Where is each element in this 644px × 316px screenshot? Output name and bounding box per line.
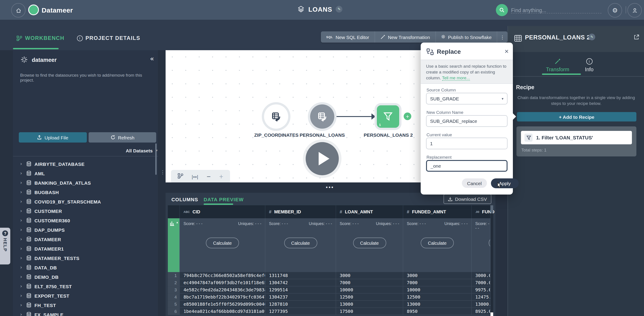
sidebar-dataset-item[interactable]: ›ELT_8750_TEST [13,281,158,291]
table-cell: 1304742 [266,279,336,286]
project-edit-button[interactable]: ✎ [336,6,342,13]
tab-data-preview[interactable]: DATA PREVIEW [204,197,244,202]
global-search-input[interactable]: Find anything... [511,6,602,14]
table-scrollbar-thumb[interactable] [490,205,493,213]
close-dialog-button[interactable]: ✕ [504,48,509,55]
download-icon [448,197,452,201]
sidebar-dataset-item[interactable]: ›FX_SAMPLE [13,310,158,316]
sidebar-dataset-item[interactable]: ›DATAMEER_TESTS [13,253,158,263]
column-type-icon: # [340,209,342,214]
upload-file-button[interactable]: Upload File [19,132,87,142]
column-header-member_id[interactable]: #MEMBER_ID [266,205,336,218]
tab-transform-label: Transform [546,67,569,72]
add-node-button[interactable]: + [404,112,411,120]
chevron-right-icon: › [20,161,23,167]
publish-to-snowflake-button[interactable]: ❊ Publish to Snowflake [436,31,497,43]
datameer-logo[interactable] [28,5,39,15]
sidebar-dataset-item[interactable]: ›CUSTOMER [13,206,158,216]
tab-project-details-label: PROJECT DETAILS [86,35,140,41]
sidebar-dataset-item[interactable]: ›FH_TEST [13,300,158,310]
table-scrollbar[interactable] [490,205,493,316]
new-sql-editor-button[interactable]: SQL New SQL Editor [321,31,375,43]
calculate-button[interactable]: Calculate [421,238,454,248]
rename-node-button[interactable]: ✎ [588,34,595,40]
sidebar-dataset-item[interactable]: ›EXPORT_TEST [13,291,158,300]
sidebar-dataset-item[interactable]: ›DEMO_DB [13,272,158,281]
node-personal-loans-2[interactable]: 1 [377,105,399,128]
column-header-loan_amnt[interactable]: #LOAN_AMNT [336,205,403,218]
row-gutter-header[interactable] [168,205,180,218]
column-header-fund[interactable]: .00FUND [472,205,490,218]
calculate-button[interactable]: Calculate [206,238,239,248]
chevron-right-icon: › [20,255,23,261]
tab-transform[interactable]: Transform [546,58,569,72]
sidebar-dataset-item[interactable]: ›AIRBYTE_DATABASE [13,159,158,169]
auto-layout-button[interactable] [174,173,188,180]
help-icon: ? [2,230,8,236]
calculate-button[interactable]: Calculate [489,238,490,248]
sidebar-dataset-item[interactable]: ›CUSTOMER360 [13,216,158,225]
zoom-out-button[interactable]: − [202,174,215,180]
node-zip-coordinates[interactable] [264,104,288,129]
table-cell: 794b8c276cc366e8502a58ef89c4ef02 [180,272,266,279]
more-actions-button[interactable]: ⋮ [498,31,508,43]
sidebar-collapse-button[interactable]: « [150,55,154,63]
sidebar-dataset-item[interactable]: ›AML [13,169,158,178]
dataset-filter-dropdown[interactable]: All Datasets ▾ [126,148,157,153]
run-flow-button[interactable] [306,142,339,175]
current-value-input[interactable] [426,138,508,149]
sidebar-dataset-item[interactable]: ›BANKING_DATA_ATLAS [13,178,158,187]
profile-gutter[interactable]: ▲ [168,218,180,272]
dataset-icon [317,111,328,122]
refresh-button[interactable]: Refresh [88,132,156,142]
tab-project-details[interactable]: i PROJECT DETAILS [77,35,140,41]
fit-view-button[interactable]: |↔| [188,174,202,179]
column-stats-cid: Score: - - -Uniques: - - -Calculate [180,218,266,272]
replacement-input[interactable] [426,160,508,172]
sidebar-dataset-item[interactable]: ›DAP_DUMPS [13,225,158,234]
search-button[interactable] [496,4,508,16]
preview-resize-handle[interactable]: ••• [326,184,334,191]
calculate-button[interactable]: Calculate [353,238,386,248]
database-icon [26,302,31,308]
dataset-name: ELT_8750_TEST [34,283,72,289]
sidebar-scrollbar[interactable] [155,143,157,175]
recipe-steps-container: 1. Filter 'LOAN_STATUS' Total steps: 1 [516,126,636,156]
new-column-name-input[interactable] [426,115,508,127]
sidebar-dataset-item[interactable]: ›DATAMEER1 [13,244,158,253]
tell-me-more-link[interactable]: Tell me more... [442,75,470,81]
help-tab[interactable]: ? HELP [0,228,10,264]
sidebar-dataset-item[interactable]: ›BUGBASH [13,187,158,197]
dataset-list: ›AIRBYTE_DATABASE›AML›BANKING_DATA_ATLAS… [13,159,158,316]
recipe-step-filter[interactable]: 1. Filter 'LOAN_STATUS' [521,131,632,144]
cancel-button[interactable]: Cancel [462,178,487,188]
score-label: Score: - - - [340,221,359,226]
sidebar-dataset-item[interactable]: ›COVID19_BY_STARSCHEMA [13,197,158,206]
tab-info[interactable]: i Info [585,58,594,72]
sidebar-title: datameer [32,57,56,63]
column-header-cid[interactable]: ABCCID [180,205,266,218]
sidebar-dataset-item[interactable]: ›DATAMEER [13,234,158,244]
column-header-funded_amnt[interactable]: #FUNDED_AMNT [403,205,472,218]
sidebar-divider [13,156,158,156]
download-csv-button[interactable]: Download CSV [444,194,492,204]
zoom-in-button[interactable]: + [215,174,227,180]
calculate-button[interactable]: Calculate [284,238,317,248]
new-transformation-button[interactable]: New Transformation [375,31,436,43]
tab-columns[interactable]: COLUMNS [172,197,198,202]
table-scrollbar-end [490,312,493,316]
sidebar-dataset-item[interactable]: ›DATA_DB [13,263,158,272]
apply-button[interactable]: Apply [491,178,519,188]
account-button[interactable] [628,3,642,18]
play-icon [319,152,330,166]
new-column-name-label: New Column Name [426,110,464,115]
open-external-icon[interactable] [634,34,640,40]
add-to-recipe-button[interactable]: + Add to Recipe [517,112,636,121]
source-column-select[interactable]: SUB_GRADE ▾ [426,93,508,104]
table-cell: 13000 [336,301,403,308]
node-personal-loans[interactable] [310,104,334,129]
settings-button[interactable]: ⚙ [608,3,622,18]
tab-workbench[interactable]: WORKBENCH [16,35,64,41]
home-button[interactable] [11,3,26,18]
add-to-recipe-label: + Add to Recipe [559,114,594,119]
